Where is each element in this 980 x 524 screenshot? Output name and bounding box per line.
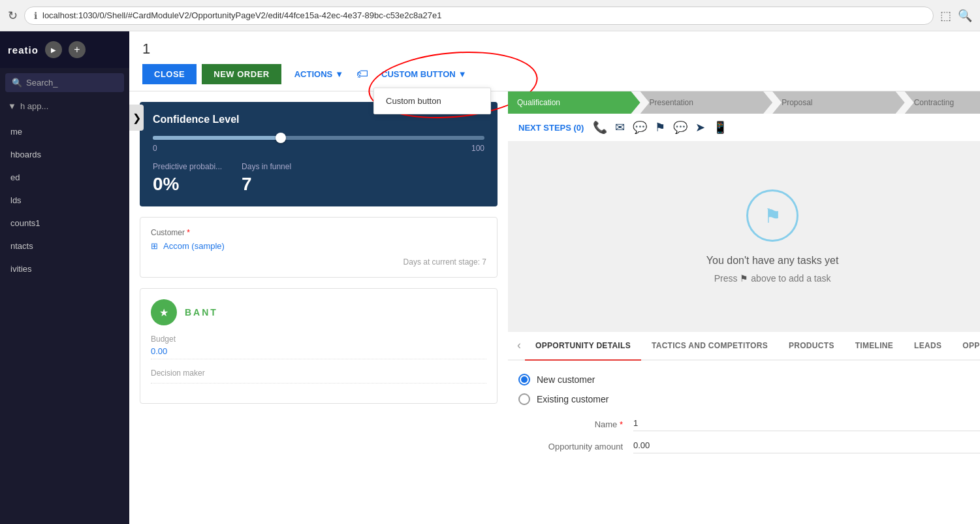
tabs-bar: ‹ OPPORTUNITY DETAILS TACTICS AND COMPET… bbox=[508, 332, 980, 361]
confidence-slider[interactable]: 0 100 bbox=[153, 136, 484, 153]
telegram-icon[interactable]: ➤ bbox=[695, 120, 705, 135]
left-panel: ❯ Confidence Level 0 100 bbox=[129, 91, 508, 524]
action-icons: 📞 ✉ 💬 ⚑ 💬 ➤ 📱 bbox=[593, 120, 727, 135]
customer-section: Customer * ⊞ Accom (sample) Days at curr… bbox=[140, 217, 498, 278]
whatsapp-icon[interactable]: 📱 bbox=[713, 120, 727, 135]
app-layout: reatio ▶ + 🔍 Search_ ▼ h app... me hboar… bbox=[0, 31, 980, 524]
sidebar-nav: me hboards ed lds counts1 ntacts ivities bbox=[0, 115, 129, 524]
decision-maker-value bbox=[151, 380, 486, 384]
phone-icon[interactable]: 📞 bbox=[593, 120, 607, 135]
sidebar-item-ed[interactable]: ed bbox=[0, 166, 129, 189]
bant-header: ★ BANT bbox=[151, 299, 486, 325]
confidence-card: Confidence Level 0 100 bbox=[140, 102, 498, 206]
tab-tactics[interactable]: TACTICS AND COMPETITORS bbox=[641, 332, 778, 359]
customer-type-group: New customer Existing customer bbox=[518, 374, 980, 405]
stage-proposal[interactable]: Proposal bbox=[772, 91, 905, 114]
add-button[interactable]: + bbox=[69, 41, 86, 58]
url-text: localhost:1030/0/Shell/#CardModuleV2/Opp… bbox=[42, 10, 441, 20]
tab-leads[interactable]: LEADS bbox=[904, 332, 952, 359]
sidebar-item-lds[interactable]: lds bbox=[0, 189, 129, 212]
customer-icon: ⊞ bbox=[151, 241, 158, 251]
tab-products[interactable]: PRODUCTS bbox=[778, 332, 845, 359]
name-value[interactable]: 1 bbox=[633, 418, 980, 431]
panel-toggle-button[interactable]: ❯ bbox=[129, 105, 144, 131]
sidebar-item-label: lds bbox=[10, 195, 22, 205]
new-customer-label: New customer bbox=[537, 374, 595, 385]
sidebar-dropdown[interactable]: ▼ h app... bbox=[0, 97, 129, 115]
info-icon: ℹ bbox=[34, 10, 37, 21]
flag-icon[interactable]: ⚑ bbox=[655, 120, 665, 135]
tab-opportunity-details[interactable]: OPPORTUNITY DETAILS bbox=[525, 332, 641, 361]
custom-button[interactable]: CUSTOM BUTTON ▼ bbox=[373, 64, 475, 84]
browser-actions: ⬚ 🔍 bbox=[940, 8, 972, 23]
new-order-button[interactable]: NEW ORDER bbox=[202, 64, 281, 84]
empty-state-subtitle: Press ⚑ above to add a task bbox=[714, 273, 831, 284]
tag-icon[interactable]: 🏷 bbox=[356, 67, 368, 81]
play-button[interactable]: ▶ bbox=[45, 41, 62, 58]
search-placeholder: Search_ bbox=[26, 78, 57, 88]
existing-customer-radio-button[interactable] bbox=[518, 393, 530, 405]
messenger-icon[interactable]: 💬 bbox=[673, 120, 688, 135]
opportunity-amount-label: Opportunity amount bbox=[518, 442, 623, 451]
custom-chevron-icon: ▼ bbox=[458, 69, 467, 79]
new-customer-radio[interactable]: New customer bbox=[518, 374, 980, 385]
actions-chevron-icon: ▼ bbox=[335, 69, 343, 79]
search-icon: 🔍 bbox=[12, 78, 22, 88]
custom-dropdown-item[interactable]: Custom button bbox=[374, 88, 490, 114]
customer-value: ⊞ Accom (sample) bbox=[151, 241, 486, 251]
sidebar-item-label: counts1 bbox=[10, 218, 40, 228]
bant-decision-field: Decision maker bbox=[151, 368, 486, 384]
sidebar-top: reatio ▶ + bbox=[0, 31, 129, 68]
content-area: ❯ Confidence Level 0 100 bbox=[129, 91, 980, 524]
browser-bar: ↻ ℹ localhost:1030/0/Shell/#CardModuleV2… bbox=[0, 0, 980, 31]
stage-contracting[interactable]: Contracting bbox=[905, 91, 980, 114]
dropdown-chevron-icon: ▼ bbox=[8, 101, 16, 111]
sidebar-item-label: ed bbox=[10, 172, 20, 182]
sidebar-item-activities[interactable]: ivities bbox=[0, 257, 129, 280]
next-steps-link[interactable]: NEXT STEPS (0) bbox=[518, 123, 584, 133]
next-steps-bar: NEXT STEPS (0) 📞 ✉ 💬 ⚑ 💬 ➤ 📱 bbox=[508, 114, 980, 142]
stage-qualification[interactable]: Qualification bbox=[508, 91, 640, 114]
new-customer-radio-button[interactable] bbox=[518, 374, 530, 385]
tab-timeline[interactable]: TIMELINE bbox=[845, 332, 904, 359]
stage-presentation[interactable]: Presentation bbox=[640, 91, 773, 114]
empty-state-title: You don't have any tasks yet bbox=[706, 255, 839, 267]
opportunity-amount-value[interactable]: 0.00 bbox=[633, 440, 980, 453]
reload-icon[interactable]: ↻ bbox=[8, 8, 18, 23]
page-container: 1 CLOSE NEW ORDER ACTIONS ▼ 🏷 CUSTOM BUT… bbox=[129, 31, 980, 524]
sidebar-item-label: ivities bbox=[10, 264, 32, 274]
search-bar[interactable]: 🔍 Search_ bbox=[5, 73, 124, 92]
existing-customer-radio[interactable]: Existing customer bbox=[518, 393, 980, 405]
url-bar[interactable]: ℹ localhost:1030/0/Shell/#CardModuleV2/O… bbox=[24, 7, 934, 25]
empty-state-icon: ⚑ bbox=[746, 189, 798, 242]
translate-icon[interactable]: ⬚ bbox=[940, 8, 951, 23]
sidebar-item-dashboards[interactable]: hboards bbox=[0, 143, 129, 166]
sidebar-item-label: me bbox=[10, 127, 22, 137]
days-label: Days in funnel bbox=[242, 162, 291, 171]
sidebar-item-label: ntacts bbox=[10, 241, 33, 251]
sidebar-item-label: hboards bbox=[10, 150, 41, 159]
sidebar-item-me[interactable]: me bbox=[0, 120, 129, 143]
actions-button[interactable]: ACTIONS ▼ bbox=[287, 64, 351, 84]
confidence-metrics: Predictive probabi... 0% Days in funnel … bbox=[153, 162, 484, 195]
sidebar-item-contacts[interactable]: ntacts bbox=[0, 235, 129, 257]
opportunity-amount-row: Opportunity amount 0.00 Division bbox=[518, 440, 980, 453]
stage-pipeline: Qualification Presentation Proposal Cont… bbox=[508, 91, 980, 114]
toolbar: CLOSE NEW ORDER ACTIONS ▼ 🏷 CUSTOM BUTTO… bbox=[142, 64, 967, 84]
days-stage: Days at current stage: 7 bbox=[151, 257, 486, 267]
customer-label: Customer * bbox=[151, 228, 486, 237]
days-value: 7 bbox=[242, 174, 291, 195]
custom-button-container: CUSTOM BUTTON ▼ Custom button bbox=[373, 64, 475, 84]
email-icon[interactable]: ✉ bbox=[615, 120, 625, 135]
radio-inner bbox=[521, 376, 528, 383]
search-browser-icon[interactable]: 🔍 bbox=[958, 8, 972, 23]
bant-title: BANT bbox=[185, 307, 218, 318]
slider-track bbox=[153, 136, 484, 140]
sidebar-item-counts[interactable]: counts1 bbox=[0, 212, 129, 235]
tabs-scroll-left[interactable]: ‹ bbox=[513, 338, 525, 352]
existing-customer-label: Existing customer bbox=[537, 394, 609, 404]
name-required: * bbox=[620, 419, 623, 429]
chat-icon[interactable]: 💬 bbox=[633, 120, 647, 135]
close-button[interactable]: CLOSE bbox=[142, 64, 197, 84]
tab-opportunity[interactable]: OPPORTUNITY bbox=[952, 332, 980, 359]
